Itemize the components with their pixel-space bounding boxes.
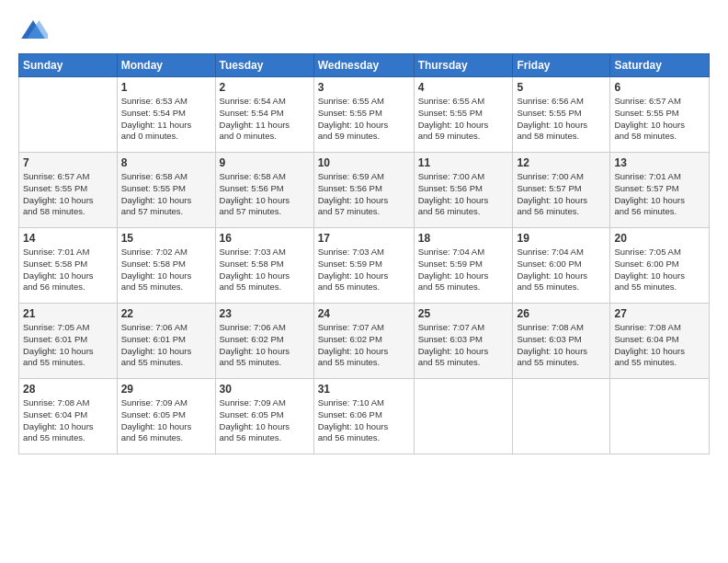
calendar-cell: 11Sunrise: 7:00 AM Sunset: 5:56 PM Dayli… [414,153,513,228]
calendar-cell: 30Sunrise: 7:09 AM Sunset: 6:05 PM Dayli… [215,379,313,454]
day-number: 14 [23,232,113,245]
day-number: 31 [318,383,410,396]
header [18,17,710,46]
day-info: Sunrise: 7:10 AM Sunset: 6:06 PM Dayligh… [318,397,410,444]
weekday-header: Saturday [610,54,710,77]
day-number: 16 [220,232,310,245]
day-number: 21 [23,307,113,320]
calendar-cell: 21Sunrise: 7:05 AM Sunset: 6:01 PM Dayli… [19,304,118,379]
day-number: 17 [318,232,410,245]
calendar-cell: 23Sunrise: 7:06 AM Sunset: 6:02 PM Dayli… [215,304,313,379]
calendar-week: 28Sunrise: 7:08 AM Sunset: 6:04 PM Dayli… [19,379,710,454]
calendar-cell: 20Sunrise: 7:05 AM Sunset: 6:00 PM Dayli… [610,228,710,304]
day-number: 15 [121,232,211,245]
calendar-cell: 2Sunrise: 6:54 AM Sunset: 5:54 PM Daylig… [215,77,313,153]
day-number: 25 [418,307,509,320]
calendar-cell: 26Sunrise: 7:08 AM Sunset: 6:03 PM Dayli… [513,304,610,379]
day-info: Sunrise: 7:01 AM Sunset: 5:57 PM Dayligh… [614,171,705,218]
day-number: 6 [614,81,705,94]
calendar-cell: 31Sunrise: 7:10 AM Sunset: 6:06 PM Dayli… [313,379,414,454]
day-info: Sunrise: 6:56 AM Sunset: 5:55 PM Dayligh… [517,96,606,143]
day-number: 7 [23,156,113,169]
calendar-week: 1Sunrise: 6:53 AM Sunset: 5:54 PM Daylig… [19,77,710,153]
day-info: Sunrise: 7:09 AM Sunset: 6:05 PM Dayligh… [220,397,310,444]
day-info: Sunrise: 6:57 AM Sunset: 5:55 PM Dayligh… [614,96,705,143]
day-number: 18 [418,232,509,245]
day-number: 19 [517,232,606,245]
calendar-cell: 9Sunrise: 6:58 AM Sunset: 5:56 PM Daylig… [215,153,313,228]
weekday-header: Monday [117,54,215,77]
day-info: Sunrise: 7:09 AM Sunset: 6:05 PM Dayligh… [121,397,211,444]
day-number: 5 [517,81,606,94]
calendar-cell: 17Sunrise: 7:03 AM Sunset: 5:59 PM Dayli… [313,228,414,304]
calendar: SundayMondayTuesdayWednesdayThursdayFrid… [18,53,710,454]
calendar-cell: 29Sunrise: 7:09 AM Sunset: 6:05 PM Dayli… [117,379,215,454]
day-info: Sunrise: 6:53 AM Sunset: 5:54 PM Dayligh… [121,96,211,143]
calendar-week: 14Sunrise: 7:01 AM Sunset: 5:58 PM Dayli… [19,228,710,304]
day-number: 4 [418,81,509,94]
calendar-cell: 10Sunrise: 6:59 AM Sunset: 5:56 PM Dayli… [313,153,414,228]
day-info: Sunrise: 7:05 AM Sunset: 6:00 PM Dayligh… [614,247,705,293]
calendar-cell: 1Sunrise: 6:53 AM Sunset: 5:54 PM Daylig… [117,77,215,153]
day-info: Sunrise: 7:03 AM Sunset: 5:59 PM Dayligh… [318,247,410,293]
day-number: 9 [220,156,310,169]
calendar-cell: 3Sunrise: 6:55 AM Sunset: 5:55 PM Daylig… [313,77,414,153]
calendar-cell: 5Sunrise: 6:56 AM Sunset: 5:55 PM Daylig… [513,77,610,153]
calendar-header: SundayMondayTuesdayWednesdayThursdayFrid… [19,54,710,77]
day-info: Sunrise: 7:01 AM Sunset: 5:58 PM Dayligh… [23,247,113,293]
day-number: 23 [220,307,310,320]
calendar-cell: 12Sunrise: 7:00 AM Sunset: 5:57 PM Dayli… [513,153,610,228]
day-number: 27 [614,307,705,320]
calendar-cell [513,379,610,454]
day-info: Sunrise: 6:59 AM Sunset: 5:56 PM Dayligh… [318,171,410,218]
weekday-header: Wednesday [313,54,414,77]
day-info: Sunrise: 7:02 AM Sunset: 5:58 PM Dayligh… [121,247,211,293]
day-number: 26 [517,307,606,320]
day-info: Sunrise: 7:06 AM Sunset: 6:02 PM Dayligh… [220,322,310,369]
day-info: Sunrise: 7:00 AM Sunset: 5:56 PM Dayligh… [418,171,509,218]
calendar-cell: 24Sunrise: 7:07 AM Sunset: 6:02 PM Dayli… [313,304,414,379]
calendar-cell: 8Sunrise: 6:58 AM Sunset: 5:55 PM Daylig… [117,153,215,228]
day-number: 10 [318,156,410,169]
day-info: Sunrise: 6:58 AM Sunset: 5:56 PM Dayligh… [220,171,310,218]
calendar-cell: 7Sunrise: 6:57 AM Sunset: 5:55 PM Daylig… [19,153,118,228]
weekday-header: Sunday [19,54,118,77]
day-info: Sunrise: 6:58 AM Sunset: 5:55 PM Dayligh… [121,171,211,218]
day-number: 29 [121,383,211,396]
calendar-cell: 18Sunrise: 7:04 AM Sunset: 5:59 PM Dayli… [414,228,513,304]
page: SundayMondayTuesdayWednesdayThursdayFrid… [0,0,728,563]
calendar-cell [610,379,710,454]
calendar-cell: 27Sunrise: 7:08 AM Sunset: 6:04 PM Dayli… [610,304,710,379]
day-info: Sunrise: 7:06 AM Sunset: 6:01 PM Dayligh… [121,322,211,369]
calendar-cell: 15Sunrise: 7:02 AM Sunset: 5:58 PM Dayli… [117,228,215,304]
day-info: Sunrise: 7:08 AM Sunset: 6:03 PM Dayligh… [517,322,606,369]
day-info: Sunrise: 6:55 AM Sunset: 5:55 PM Dayligh… [418,96,509,143]
day-number: 2 [220,81,310,94]
day-number: 20 [614,232,705,245]
day-info: Sunrise: 7:07 AM Sunset: 6:02 PM Dayligh… [318,322,410,369]
weekday-header: Thursday [414,54,513,77]
calendar-cell: 16Sunrise: 7:03 AM Sunset: 5:58 PM Dayli… [215,228,313,304]
day-info: Sunrise: 7:08 AM Sunset: 6:04 PM Dayligh… [614,322,705,369]
day-info: Sunrise: 6:57 AM Sunset: 5:55 PM Dayligh… [23,171,113,218]
weekday-header: Tuesday [215,54,313,77]
day-number: 24 [318,307,410,320]
calendar-cell [19,77,118,153]
day-number: 1 [121,81,211,94]
calendar-cell: 28Sunrise: 7:08 AM Sunset: 6:04 PM Dayli… [19,379,118,454]
day-number: 8 [121,156,211,169]
logo-icon [18,17,48,46]
day-number: 30 [220,383,310,396]
day-info: Sunrise: 7:04 AM Sunset: 6:00 PM Dayligh… [517,247,606,293]
calendar-cell: 19Sunrise: 7:04 AM Sunset: 6:00 PM Dayli… [513,228,610,304]
calendar-cell: 4Sunrise: 6:55 AM Sunset: 5:55 PM Daylig… [414,77,513,153]
day-info: Sunrise: 6:55 AM Sunset: 5:55 PM Dayligh… [318,96,410,143]
day-number: 28 [23,383,113,396]
calendar-body: 1Sunrise: 6:53 AM Sunset: 5:54 PM Daylig… [19,77,710,454]
day-number: 13 [614,156,705,169]
day-info: Sunrise: 7:04 AM Sunset: 5:59 PM Dayligh… [418,247,509,293]
day-info: Sunrise: 6:54 AM Sunset: 5:54 PM Dayligh… [220,96,310,143]
calendar-week: 21Sunrise: 7:05 AM Sunset: 6:01 PM Dayli… [19,304,710,379]
calendar-cell: 14Sunrise: 7:01 AM Sunset: 5:58 PM Dayli… [19,228,118,304]
calendar-cell: 22Sunrise: 7:06 AM Sunset: 6:01 PM Dayli… [117,304,215,379]
